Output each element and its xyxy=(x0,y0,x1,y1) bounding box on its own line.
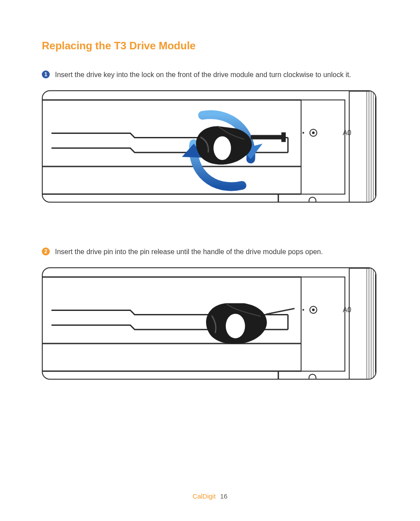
svg-point-34 xyxy=(309,374,316,380)
drive-pin-icon xyxy=(206,303,295,344)
drive-label-a0-2: A0 xyxy=(343,306,351,314)
drive-label-a0: A0 xyxy=(343,129,351,137)
svg-rect-20 xyxy=(349,268,376,380)
svg-point-36 xyxy=(226,314,245,339)
drive-module-illustration-2 xyxy=(43,268,376,380)
figure-pin-release: A0 xyxy=(42,267,376,380)
svg-point-8 xyxy=(302,132,304,134)
drive-key-icon xyxy=(196,126,286,165)
svg-line-35 xyxy=(266,309,295,314)
svg-rect-0 xyxy=(349,91,376,203)
svg-point-28 xyxy=(302,309,304,311)
svg-rect-25 xyxy=(301,277,345,371)
page-title: Replacing the T3 Drive Module xyxy=(42,40,380,52)
step-1-text: Insert the drive key into the lock on th… xyxy=(55,70,351,80)
svg-point-7 xyxy=(312,132,315,134)
page-footer: CalDigit 16 xyxy=(0,492,420,500)
step-2-text: Insert the drive pin into the pin releas… xyxy=(55,247,323,257)
svg-rect-18 xyxy=(281,133,286,142)
step-2: 2 Insert the drive pin into the pin rele… xyxy=(42,247,380,257)
svg-rect-17 xyxy=(251,135,286,140)
step-bullet-1-icon: 1 xyxy=(42,70,50,78)
step-bullet-2-icon: 2 xyxy=(42,248,50,255)
footer-page: 16 xyxy=(220,492,228,500)
svg-point-19 xyxy=(214,137,231,160)
figure-key-unlock: A0 xyxy=(42,90,376,203)
drive-module-illustration-1 xyxy=(43,91,376,203)
step-1: 1 Insert the drive key into the lock on … xyxy=(42,70,380,80)
footer-brand: CalDigit xyxy=(192,492,216,500)
svg-rect-5 xyxy=(301,100,345,194)
svg-point-27 xyxy=(312,309,315,311)
svg-point-14 xyxy=(309,197,316,203)
